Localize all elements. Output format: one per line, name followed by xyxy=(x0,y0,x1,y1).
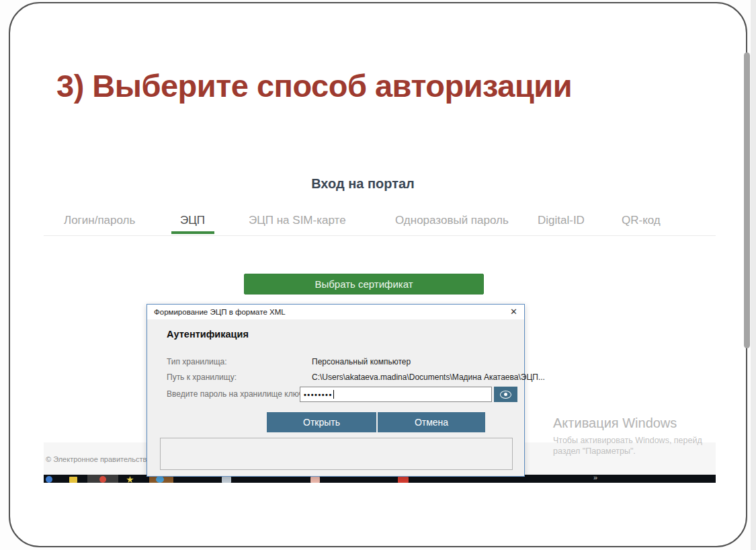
auth-heading: Аутентификация xyxy=(167,329,249,340)
status-box xyxy=(160,438,513,470)
close-icon[interactable]: ✕ xyxy=(510,305,517,319)
show-password-button[interactable] xyxy=(494,387,517,402)
taskbar-icon-person[interactable] xyxy=(156,476,164,483)
tab-ecp-sim[interactable]: ЭЦП на SIM-карте xyxy=(249,214,346,227)
esign-xml-dialog: Формирование ЭЦП в формате XML ✕ Аутенти… xyxy=(146,304,525,477)
active-tab-underline xyxy=(171,231,214,234)
portal-heading: Вход на портал xyxy=(44,176,682,192)
tab-login-password[interactable]: Логин/пароль xyxy=(64,214,135,227)
scrollbar-thumb[interactable] xyxy=(744,52,750,348)
eye-icon xyxy=(500,391,511,399)
cancel-button[interactable]: Отмена xyxy=(378,412,485,432)
tab-digital-id[interactable]: Digital-ID xyxy=(538,214,585,227)
watermark-line3: раздел "Параметры". xyxy=(553,446,702,456)
dialog-title: Формирование ЭЦП в формате XML xyxy=(154,305,286,319)
taskbar-icon-folder[interactable] xyxy=(69,477,77,483)
taskbar-icon-app-red[interactable] xyxy=(99,476,106,483)
scrollbar-track[interactable] xyxy=(751,0,756,550)
text-caret xyxy=(333,390,334,399)
storage-type-label: Тип хранилища: xyxy=(167,357,227,366)
watermark-line2: Чтобы активировать Windows, перейд xyxy=(553,436,702,445)
storage-path-label: Путь к хранилищу: xyxy=(167,372,237,382)
taskbar-icon-browser[interactable] xyxy=(46,476,52,483)
select-certificate-button[interactable]: Выбрать сертификат xyxy=(244,274,484,294)
taskbar-icon-app-pink[interactable] xyxy=(310,477,320,483)
taskbar-overflow-chevron[interactable]: » xyxy=(593,475,597,481)
windows-activation-watermark: Активация Windows Чтобы активировать Win… xyxy=(553,416,702,456)
taskbar-icon-star[interactable] xyxy=(126,476,134,483)
taskbar-icon-app-gray[interactable] xyxy=(222,477,231,483)
password-label: Введите пароль на хранилище ключей: xyxy=(167,389,314,399)
storage-path-value: C:\Users\akataeva.madina\Documents\Мадин… xyxy=(312,372,545,382)
tab-ecp[interactable]: ЭЦП xyxy=(180,214,205,227)
password-masked-value: •••••••• xyxy=(304,391,333,399)
tab-one-time-password[interactable]: Одноразовый пароль xyxy=(395,214,509,227)
tabs-divider xyxy=(44,235,716,236)
password-input[interactable]: •••••••• xyxy=(300,387,492,402)
watermark-title: Активация Windows xyxy=(553,416,702,431)
page-title: 3) Выберите способ авторизации xyxy=(56,67,572,104)
tab-qr-code[interactable]: QR-код xyxy=(622,214,661,227)
storage-type-value: Персональный компьютер xyxy=(312,357,411,366)
taskbar-icon-app-redsquare[interactable] xyxy=(398,477,409,483)
dialog-titlebar[interactable]: Формирование ЭЦП в формате XML ✕ xyxy=(147,305,524,319)
open-button[interactable]: Открыть xyxy=(267,412,376,432)
